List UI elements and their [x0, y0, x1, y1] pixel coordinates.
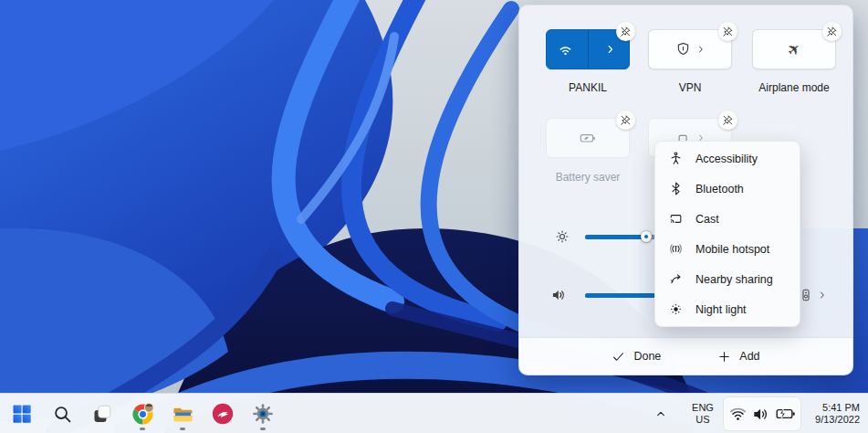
check-icon	[612, 350, 625, 364]
running-indicator	[180, 428, 185, 430]
unpin-button[interactable]	[822, 22, 842, 41]
running-indicator	[140, 428, 145, 430]
start-button[interactable]	[4, 396, 40, 432]
chevron-right-icon	[817, 290, 828, 301]
unpin-icon	[620, 114, 632, 126]
taskbar: ENG US	[0, 393, 868, 433]
add-button-label: Add	[739, 350, 759, 363]
language-indicator[interactable]: ENG US	[683, 394, 723, 433]
done-button[interactable]: Done	[604, 344, 668, 369]
task-view-icon	[91, 403, 113, 425]
vpn-tile[interactable]	[648, 29, 732, 69]
unpin-icon	[826, 26, 838, 37]
wifi-tile[interactable]	[546, 29, 630, 69]
menu-item-cast[interactable]: Cast	[655, 204, 800, 234]
taskbar-pinned-apps	[2, 394, 283, 433]
wifi-icon	[557, 41, 574, 58]
wifi-status-icon	[727, 404, 748, 425]
windows-logo-icon	[11, 403, 33, 425]
pinned-app-red-button[interactable]	[204, 396, 241, 432]
quick-settings-tray-button[interactable]	[723, 396, 801, 431]
add-setting-menu: Accessibility Bluetooth Cast	[654, 141, 800, 327]
search-icon	[52, 404, 73, 425]
wifi-toggle[interactable]	[547, 30, 584, 69]
plus-icon	[717, 350, 731, 364]
chrome-icon	[131, 402, 155, 427]
unpin-button[interactable]	[616, 22, 635, 41]
clock-date: 9/13/2022	[815, 414, 860, 427]
search-button[interactable]	[44, 396, 80, 432]
battery-saver-tile-label: Battery saver	[528, 171, 647, 184]
file-explorer-button[interactable]	[164, 396, 201, 432]
night-light-icon	[668, 301, 684, 317]
clock-time: 5:41 PM	[822, 402, 860, 415]
menu-item-mobile-hotspot[interactable]: Mobile hotspot	[655, 234, 800, 264]
volume-status-icon	[751, 404, 772, 425]
unpin-icon	[722, 26, 734, 37]
vpn-tile-label: VPN	[631, 81, 749, 94]
running-indicator	[260, 428, 266, 430]
menu-item-night-light[interactable]: Night light	[655, 294, 800, 324]
quick-settings-footer: Done Add	[519, 337, 852, 375]
accessibility-icon	[668, 151, 684, 166]
volume-icon	[550, 286, 569, 304]
language-line2: US	[695, 414, 709, 426]
desktop: PANKIL VPN ✈	[0, 0, 868, 433]
speaker-device-icon	[799, 288, 813, 302]
task-view-button[interactable]	[84, 396, 120, 432]
menu-item-label: Mobile hotspot	[695, 243, 769, 256]
settings-gear-icon	[251, 402, 275, 426]
cast-icon	[668, 211, 684, 227]
file-explorer-icon	[171, 402, 195, 427]
brightness-icon	[554, 228, 570, 245]
chevron-right-icon	[695, 44, 706, 55]
tile-divider	[588, 30, 589, 69]
audio-output-selector[interactable]	[799, 288, 828, 302]
menu-item-label: Cast	[695, 213, 719, 226]
chevron-right-icon	[604, 43, 617, 56]
airplane-icon: ✈	[783, 37, 805, 60]
unpin-button[interactable]	[718, 111, 737, 130]
menu-item-label: Bluetooth	[695, 183, 744, 195]
bluetooth-icon	[668, 181, 684, 196]
wifi-tile-label: PANKIL	[528, 81, 647, 94]
menu-item-label: Night light	[695, 303, 747, 316]
language-line1: ENG	[692, 402, 714, 414]
unpin-icon	[722, 114, 734, 126]
brightness-thumb[interactable]	[641, 231, 652, 242]
airplane-mode-tile[interactable]: ✈	[752, 29, 836, 69]
show-hidden-icons-button[interactable]	[648, 394, 674, 433]
menu-item-label: Nearby sharing	[695, 273, 773, 286]
unpin-icon	[620, 26, 632, 37]
menu-item-accessibility[interactable]: Accessibility	[655, 143, 800, 174]
menu-item-bluetooth[interactable]: Bluetooth	[655, 174, 800, 204]
red-app-icon	[211, 402, 235, 426]
battery-charging-status-icon	[775, 403, 797, 425]
vpn-shield-icon	[675, 41, 692, 58]
mobile-hotspot-icon	[668, 241, 684, 257]
menu-item-nearby-sharing[interactable]: Nearby sharing	[655, 264, 800, 294]
done-button-label: Done	[633, 350, 661, 363]
unpin-button[interactable]	[616, 111, 635, 130]
airplane-mode-tile-label: Airplane mode	[735, 81, 853, 94]
battery-saver-icon	[579, 129, 597, 147]
menu-item-label: Accessibility	[695, 153, 758, 165]
clock[interactable]: 5:41 PM 9/13/2022	[803, 394, 860, 433]
nearby-sharing-icon	[668, 271, 684, 287]
chevron-up-icon	[654, 407, 668, 421]
battery-saver-tile[interactable]	[546, 118, 630, 158]
unpin-button[interactable]	[718, 22, 737, 41]
add-button[interactable]: Add	[710, 344, 767, 369]
chrome-button[interactable]	[124, 396, 161, 432]
settings-button[interactable]	[245, 396, 281, 432]
